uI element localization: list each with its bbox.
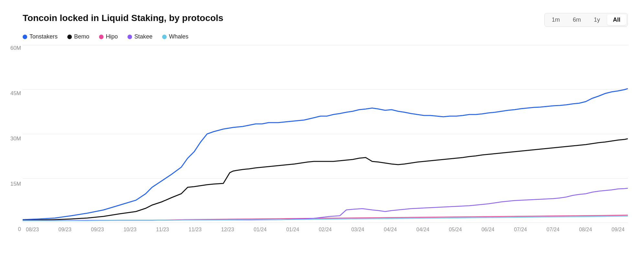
x-label-0524: 05/24 bbox=[449, 227, 462, 233]
legend-bemo: Bemo bbox=[67, 33, 89, 40]
x-label-0124a: 01/24 bbox=[254, 227, 267, 233]
legend-dot-hipo bbox=[99, 35, 104, 39]
chart-title: Toncoin locked in Liquid Staking, by pro… bbox=[23, 13, 223, 23]
filter-1y[interactable]: 1y bbox=[588, 15, 606, 25]
legend-label-hipo: Hipo bbox=[106, 33, 118, 40]
x-label-1123a: 11/23 bbox=[156, 227, 169, 233]
legend-label-tonstakers: Tonstakers bbox=[29, 33, 58, 40]
legend-dot-stakee bbox=[128, 35, 132, 39]
chart-legend: Tonstakers Bemo Hipo Stakee Whales bbox=[23, 33, 628, 40]
x-label-0924: 09/24 bbox=[612, 227, 625, 233]
legend-whales: Whales bbox=[162, 33, 188, 40]
filter-all[interactable]: All bbox=[607, 15, 626, 25]
chart-container: Toncoin locked in Liquid Staking, by pro… bbox=[0, 0, 644, 262]
filter-1m[interactable]: 1m bbox=[546, 15, 566, 25]
hipo-line bbox=[23, 215, 628, 221]
x-label-0923b: 09/23 bbox=[91, 227, 104, 233]
legend-tonstakers: Tonstakers bbox=[23, 33, 58, 40]
y-label-45m: 45M bbox=[5, 90, 21, 97]
chart-svg bbox=[23, 45, 628, 223]
x-axis: 08/23 09/23 09/23 10/23 11/23 11/23 12/2… bbox=[23, 227, 628, 233]
x-label-0923a: 09/23 bbox=[59, 227, 72, 233]
x-label-0124b: 01/24 bbox=[286, 227, 299, 233]
legend-label-whales: Whales bbox=[169, 33, 188, 40]
tonstakers-line bbox=[23, 89, 628, 220]
legend-hipo: Hipo bbox=[99, 33, 118, 40]
legend-stakee: Stakee bbox=[128, 33, 152, 40]
x-label-1223: 12/23 bbox=[221, 227, 234, 233]
chart-area: 60M 45M 30M 15M 0 bbox=[23, 45, 628, 233]
x-label-1023: 10/23 bbox=[124, 227, 137, 233]
y-label-15m: 15M bbox=[5, 181, 21, 187]
x-label-0224: 02/24 bbox=[319, 227, 332, 233]
x-label-0624: 06/24 bbox=[482, 227, 494, 233]
chart-header: Toncoin locked in Liquid Staking, by pro… bbox=[23, 13, 628, 27]
legend-label-bemo: Bemo bbox=[74, 33, 89, 40]
x-label-0424b: 04/24 bbox=[416, 227, 429, 233]
filter-6m[interactable]: 6m bbox=[567, 15, 587, 25]
x-label-0824: 08/24 bbox=[579, 227, 592, 233]
legend-dot-tonstakers bbox=[23, 35, 27, 39]
y-axis: 60M 45M 30M 15M 0 bbox=[5, 45, 21, 233]
x-label-0724b: 07/24 bbox=[547, 227, 560, 233]
x-label-0324: 03/24 bbox=[351, 227, 364, 233]
legend-dot-whales bbox=[162, 35, 167, 39]
x-label-0424a: 04/24 bbox=[384, 227, 397, 233]
legend-label-stakee: Stakee bbox=[134, 33, 152, 40]
y-label-60m: 60M bbox=[5, 45, 21, 51]
x-label-0823: 08/23 bbox=[26, 227, 39, 233]
y-label-0: 0 bbox=[5, 226, 21, 233]
x-label-0724a: 07/24 bbox=[514, 227, 527, 233]
x-label-1123b: 11/23 bbox=[189, 227, 202, 233]
bemo-line bbox=[23, 139, 628, 220]
legend-dot-bemo bbox=[67, 35, 72, 39]
y-label-30m: 30M bbox=[5, 136, 21, 142]
time-filter-group: 1m 6m 1y All bbox=[544, 13, 628, 27]
